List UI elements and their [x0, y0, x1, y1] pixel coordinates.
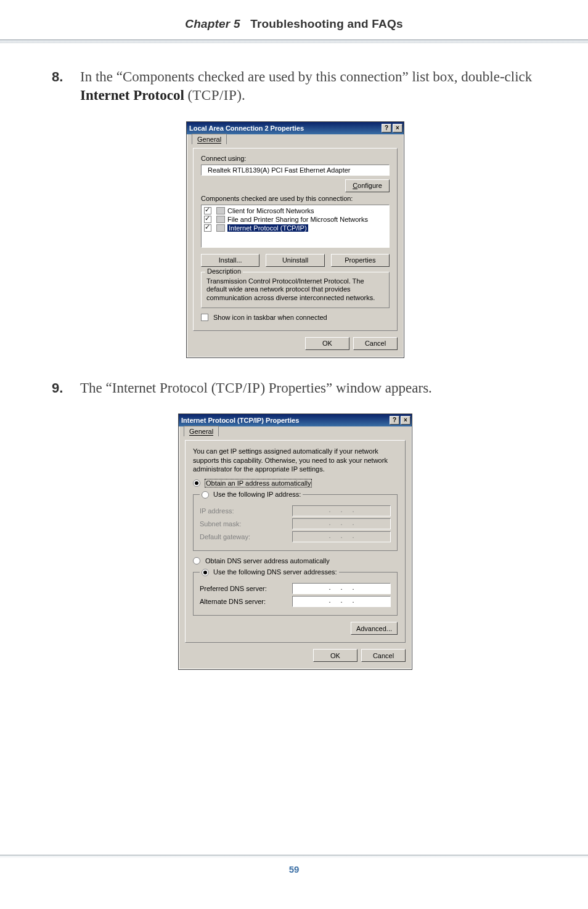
alternate-dns-field[interactable]: ... — [292, 596, 391, 607]
obtain-dns-auto-radio[interactable] — [193, 557, 200, 565]
dlg2-titlebar: Internet Protocol (TCP/IP) Properties ? … — [179, 414, 412, 426]
configure-label: onfigure — [357, 182, 382, 189]
ok-button[interactable]: OK — [305, 337, 349, 350]
use-following-dns-radio[interactable] — [202, 569, 209, 576]
general-tab[interactable]: General — [192, 134, 227, 144]
advanced-button[interactable]: Advanced... — [351, 622, 398, 635]
advanced-label: Advanced... — [356, 625, 392, 632]
obtain-ip-auto-row[interactable]: Obtain an IP address automatically — [193, 479, 398, 487]
step-9: 9. The “Internet Protocol (TCP/IP) Prope… — [52, 379, 539, 397]
component-icon — [216, 207, 225, 214]
list-item-label: Client for Microsoft Networks — [227, 207, 314, 214]
checkbox-icon[interactable] — [204, 207, 211, 214]
use-following-ip-label: Use the following IP address: — [213, 491, 301, 498]
list-item-label: File and Printer Sharing for Microsoft N… — [227, 216, 368, 223]
dlg1-body: General Connect using: Realtek RTL8139(A… — [187, 134, 404, 357]
page-number: 59 — [0, 864, 588, 874]
step-9-sc: TCP/IP — [216, 380, 260, 396]
obtain-ip-auto-label: Obtain an IP address automatically — [205, 479, 311, 487]
connect-using-label: Connect using: — [201, 155, 390, 162]
use-following-ip-radio[interactable] — [202, 491, 209, 499]
step-9-b: ) Properties” window appears. — [260, 380, 431, 396]
component-icon — [216, 224, 225, 232]
general-tab[interactable]: General — [184, 426, 219, 436]
show-icon-checkbox[interactable] — [201, 314, 208, 321]
default-gateway-label: Default gateway: — [200, 533, 292, 540]
component-icon — [216, 216, 225, 223]
subnet-mask-label: Subnet mask: — [200, 520, 292, 528]
component-buttons-row: Install... Uninstall Properties — [201, 254, 390, 267]
lan-properties-dialog: Local Area Connection 2 Properties ? × G… — [186, 121, 404, 358]
description-group: Description Transmission Control Protoco… — [201, 272, 390, 308]
screenshot-1-wrap: Local Area Connection 2 Properties ? × G… — [52, 121, 539, 358]
description-heading: Description — [205, 267, 243, 275]
dlg2-footer: OK Cancel — [185, 649, 406, 662]
chapter-title: Chapter 5 Troubleshooting and FAQs — [0, 17, 588, 31]
dlg2-panel: You can get IP settings assigned automat… — [185, 440, 406, 643]
chapter-number: Chapter 5 — [185, 17, 240, 30]
close-button[interactable]: × — [401, 416, 410, 425]
close-button[interactable]: × — [393, 124, 402, 132]
install-label: Install... — [219, 256, 242, 264]
preferred-dns-field[interactable]: ... — [292, 583, 391, 594]
step-9-text: The “Internet Protocol (TCP/IP) Properti… — [80, 379, 432, 397]
static-ip-group: Use the following IP address: IP address… — [193, 491, 398, 551]
step-8-post: ( — [184, 88, 192, 103]
footer-rule — [0, 855, 588, 858]
dlg2-title: Internet Protocol (TCP/IP) Properties — [181, 417, 299, 424]
dlg1-tab-label: General — [197, 136, 221, 144]
ok-label: OK — [330, 652, 340, 659]
ok-label: OK — [322, 340, 332, 347]
dlg1-footer: OK Cancel — [193, 337, 398, 350]
description-text: Transmission Control Protocol/Internet P… — [206, 277, 384, 303]
use-following-ip-legend[interactable]: Use the following IP address: — [200, 491, 303, 499]
obtain-dns-auto-row[interactable]: Obtain DNS server address automatically — [193, 557, 398, 565]
components-label: Components checked are used by this conn… — [201, 195, 390, 202]
help-button[interactable]: ? — [390, 416, 399, 425]
properties-button[interactable]: Properties — [331, 254, 390, 267]
dlg2-body: General You can get IP settings assigned… — [179, 426, 412, 669]
ip-address-field: ... — [292, 505, 391, 516]
page-content: 8. In the “Components checked are used b… — [52, 68, 539, 691]
uninstall-label: Uninstall — [282, 256, 308, 264]
install-button[interactable]: Install... — [201, 254, 259, 267]
properties-label: Properties — [345, 256, 375, 264]
tcpip-properties-dialog: Internet Protocol (TCP/IP) Properties ? … — [178, 414, 412, 670]
use-following-dns-legend[interactable]: Use the following DNS server addresses: — [200, 568, 339, 576]
checkbox-icon[interactable] — [204, 216, 211, 223]
step-8-pre: In the “Components checked are used by t… — [80, 69, 532, 84]
cancel-label: Cancel — [373, 652, 394, 659]
dlg2-tab-label: General — [189, 428, 213, 436]
step-8-text: In the “Components checked are used by t… — [80, 68, 539, 105]
list-item[interactable]: File and Printer Sharing for Microsoft N… — [204, 215, 386, 224]
list-item-label-selected: Internet Protocol (TCP/IP) — [227, 224, 308, 232]
header-rule — [0, 39, 588, 43]
dlg1-title: Local Area Connection 2 Properties — [189, 124, 304, 132]
ok-button[interactable]: OK — [313, 649, 357, 662]
show-icon-row[interactable]: Show icon in taskbar when connected — [201, 314, 390, 321]
cancel-label: Cancel — [365, 340, 386, 347]
step-8-bold: Internet Protocol — [80, 88, 184, 103]
list-item[interactable]: Client for Microsoft Networks — [204, 206, 386, 215]
configure-button[interactable]: Configure — [345, 179, 390, 192]
obtain-ip-auto-radio[interactable] — [193, 479, 200, 487]
dlg1-titlebar: Local Area Connection 2 Properties ? × — [187, 122, 404, 134]
uninstall-button[interactable]: Uninstall — [266, 254, 324, 267]
advanced-row: Advanced... — [193, 622, 398, 635]
help-button[interactable]: ? — [382, 124, 391, 132]
cancel-button[interactable]: Cancel — [353, 337, 398, 350]
step-9-number: 9. — [52, 379, 69, 397]
show-icon-label: Show icon in taskbar when connected — [213, 314, 327, 321]
preferred-dns-label: Preferred DNS server: — [200, 585, 292, 592]
step-9-a: The “Internet Protocol ( — [80, 380, 216, 396]
components-list[interactable]: Client for Microsoft Networks File and P… — [201, 205, 390, 248]
cancel-button[interactable]: Cancel — [361, 649, 406, 662]
list-item[interactable]: Internet Protocol (TCP/IP) — [204, 224, 386, 232]
dlg1-panel: Connect using: Realtek RTL8139(A) PCI Fa… — [193, 148, 398, 331]
adapter-field: Realtek RTL8139(A) PCI Fast Ethernet Ada… — [201, 165, 390, 176]
screenshot-2-wrap: Internet Protocol (TCP/IP) Properties ? … — [52, 414, 539, 670]
checkbox-icon[interactable] — [204, 224, 211, 232]
default-gateway-field: ... — [292, 531, 391, 542]
ip-address-label: IP address: — [200, 507, 292, 515]
alternate-dns-label: Alternate DNS server: — [200, 598, 292, 605]
